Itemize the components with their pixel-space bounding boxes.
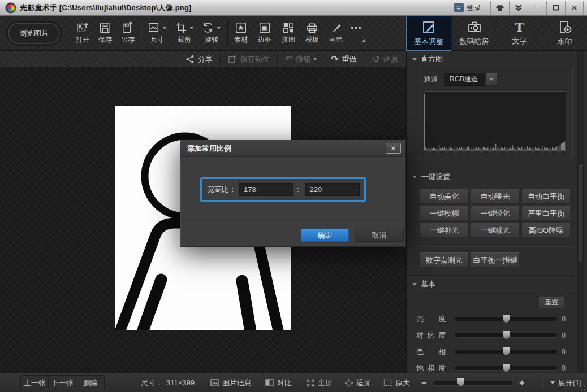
image-info-button[interactable]: 图片信息 — [210, 378, 252, 388]
crop-dropdown-caret[interactable] — [189, 27, 194, 29]
rotate-dropdown-caret[interactable] — [217, 27, 221, 29]
cancel-button[interactable]: 取消 — [355, 229, 404, 242]
toolbar-separator — [141, 20, 141, 46]
brightness-slider[interactable] — [455, 317, 557, 321]
size-value: 311×399 — [166, 378, 195, 387]
onekey-dim-light-button[interactable]: 一键减光 — [471, 223, 520, 238]
fullscreen-button[interactable]: 全屏 — [307, 378, 333, 388]
resize-dropdown-caret[interactable] — [162, 27, 167, 29]
tab-text[interactable]: T 文字 — [497, 16, 542, 51]
tab-basic-adjust[interactable]: 基本调整 — [406, 16, 451, 51]
ratio-height-input[interactable] — [305, 183, 360, 196]
onekey-sharpen-button[interactable]: 一键锐化 — [471, 206, 520, 221]
save-button[interactable]: 保存 — [98, 21, 112, 45]
ok-button[interactable]: 确定 — [301, 229, 349, 242]
histogram-box: 通道 RGB通道 — [417, 68, 573, 159]
brush-button[interactable]: 画笔 — [329, 21, 343, 45]
frame-button[interactable]: 边框 — [258, 21, 271, 45]
delete-image-button[interactable]: 删除 — [76, 376, 104, 390]
maximize-button[interactable] — [546, 1, 565, 15]
login-button[interactable]: 登录 — [454, 3, 481, 13]
size-label: 尺寸： — [141, 378, 163, 388]
open-button[interactable]: 打开 — [76, 21, 89, 45]
panel-scrollbar[interactable] — [577, 51, 584, 373]
white-balance-one-touch-button[interactable]: 白平衡一指键 — [471, 252, 520, 268]
camera-icon — [467, 20, 482, 34]
channel-select[interactable]: RGB通道 — [444, 73, 486, 86]
onekey-section-header[interactable]: 一键设置 — [407, 168, 577, 185]
severe-white-balance-button[interactable]: 严重白平衡 — [521, 206, 571, 221]
next-image-button[interactable]: 下一张 — [49, 376, 76, 390]
compare-button[interactable]: 对比 — [265, 378, 292, 388]
more-tools-button[interactable]: ••• — [351, 22, 365, 45]
onekey-blur-button[interactable]: 一键模糊 — [420, 206, 469, 221]
panel-scrollbar-thumb[interactable] — [578, 165, 584, 262]
previous-image-button[interactable]: 上一张 — [21, 376, 49, 390]
redo-button[interactable]: ↷ 重做 — [331, 54, 356, 64]
tab-digital-darkroom[interactable]: 数码暗房 — [451, 16, 497, 51]
ratio-width-input[interactable] — [239, 183, 294, 196]
share-icon — [185, 55, 195, 64]
resize-button[interactable]: 尺寸 — [148, 21, 167, 45]
hue-slider[interactable] — [455, 350, 557, 354]
dialog-close-button[interactable]: ✕ — [386, 143, 401, 154]
chevron-down-icon — [489, 78, 494, 81]
zoom-slider[interactable] — [433, 381, 512, 385]
tab-basic-adjust-label: 基本调整 — [414, 37, 443, 47]
browse-images-button[interactable]: 浏览图片 — [8, 23, 60, 44]
digital-spot-metering-button[interactable]: 数字点测光 — [420, 252, 469, 268]
contrast-slider-handle[interactable] — [503, 330, 510, 339]
save-action-button[interactable]: 保存动作 — [228, 54, 270, 64]
material-button[interactable]: 素材 — [234, 21, 248, 45]
collapse-triangle-icon — [412, 176, 417, 178]
resize-grip[interactable] — [578, 385, 585, 390]
close-button[interactable]: ✕ — [565, 1, 584, 15]
skin-button[interactable] — [490, 1, 509, 15]
collage-button[interactable]: 拼图 — [282, 21, 295, 45]
avatar-smiley-icon — [454, 3, 464, 12]
brush-icon — [330, 21, 342, 34]
basic-section-header[interactable]: 基本 — [407, 276, 577, 293]
rotate-button[interactable]: 旋转 — [202, 21, 221, 45]
original-size-button[interactable]: 原大 — [383, 378, 410, 388]
status-bar: 上一张 下一张 删除 尺寸： 311×399 图片信息 对比 全屏 — [0, 373, 587, 392]
dialog-titlebar[interactable]: 添加常用比例 ✕ — [180, 140, 405, 157]
share-button[interactable]: 分享 — [185, 54, 213, 64]
save-as-button[interactable]: 另存 — [121, 21, 135, 45]
channel-select-caret[interactable] — [485, 73, 498, 86]
toolbar-separator — [227, 20, 228, 46]
template-button[interactable]: 模板 — [305, 21, 319, 45]
collapse-button[interactable] — [509, 1, 528, 15]
contrast-slider[interactable] — [455, 333, 557, 337]
brightness-value: 0 — [557, 315, 566, 323]
minimize-button[interactable]: ─ — [528, 1, 546, 15]
histogram-section-header[interactable]: 直方图 — [407, 51, 577, 68]
fit-screen-button[interactable]: 适屏 — [345, 378, 371, 388]
crop-button[interactable]: 裁剪 — [175, 21, 194, 45]
auto-exposure-button[interactable]: 自动曝光 — [471, 189, 520, 204]
expand-button[interactable]: 展开(1) — [550, 378, 582, 388]
zoom-out-button[interactable]: − — [421, 378, 426, 388]
tab-watermark[interactable]: 水印 — [542, 16, 587, 51]
auto-white-balance-button[interactable]: 自动白平衡 — [521, 189, 571, 204]
save-as-label: 另存 — [121, 35, 135, 45]
contrast-value: 0 — [557, 332, 566, 339]
template-label: 模板 — [305, 35, 319, 45]
hue-slider-handle[interactable] — [503, 347, 510, 356]
zoom-slider-handle[interactable] — [457, 378, 464, 387]
high-iso-denoise-button[interactable]: 高ISO降噪 — [521, 223, 571, 238]
fullscreen-icon — [307, 379, 314, 387]
restore-button[interactable]: ↺ 还原 — [373, 54, 398, 64]
undo-dropdown-caret[interactable] — [313, 58, 317, 60]
expand-triangle-icon — [550, 381, 555, 384]
watermark-icon — [558, 20, 572, 34]
original-size-label: 原大 — [395, 378, 410, 388]
brightness-slider-handle[interactable] — [503, 314, 510, 323]
auto-beautify-button[interactable]: 自动美化 — [420, 189, 469, 204]
zoom-in-button[interactable]: + — [519, 378, 524, 388]
onekey-fill-light-button[interactable]: 一键补光 — [420, 223, 469, 238]
reset-button[interactable]: 重置 — [539, 297, 564, 308]
undo-button[interactable]: ↶ 撤销 — [285, 54, 310, 64]
saturation-slider-handle[interactable] — [503, 363, 510, 372]
saturation-slider[interactable] — [455, 366, 557, 370]
